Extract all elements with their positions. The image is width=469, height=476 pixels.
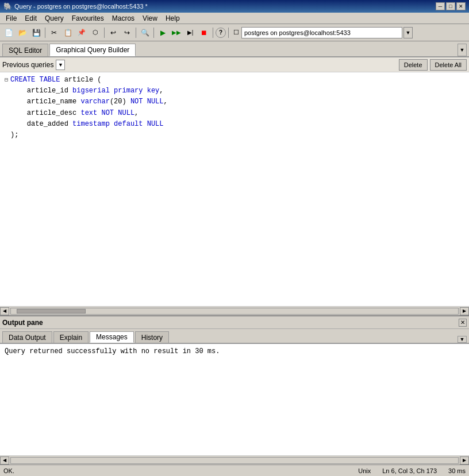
copy-button[interactable]: 📋 xyxy=(61,26,74,39)
output-scroll-content[interactable]: Query returned successfully with no resu… xyxy=(0,344,469,455)
open-button[interactable]: 📂 xyxy=(16,26,29,39)
code-text-4: article_desc text NOT NULL, xyxy=(10,108,139,119)
output-close-button[interactable]: ✕ xyxy=(459,319,467,327)
tree-toggle-1[interactable]: ⊟ xyxy=(5,76,8,85)
previous-queries-label: Previous queries xyxy=(2,61,53,69)
tab-graphical-query-builder[interactable]: Graphical Query Builder xyxy=(49,44,136,56)
connection-dropdown-button[interactable]: ▼ xyxy=(403,27,413,38)
toolbar-separator-3 xyxy=(136,28,136,38)
toolbar-separator-4 xyxy=(153,28,154,38)
cut-button[interactable]: ✂ xyxy=(48,26,60,39)
delete-all-button[interactable]: Delete All xyxy=(430,59,467,71)
run-button[interactable]: ▶ xyxy=(156,26,169,39)
stop-button[interactable]: ⏹ xyxy=(198,26,210,39)
title-bar-controls: ─ □ ✕ xyxy=(436,2,466,10)
paste-button[interactable]: 📌 xyxy=(75,26,88,39)
query-tabs: SQL Editor Graphical Query Builder ▼ xyxy=(0,41,469,57)
output-pane-title: Output pane xyxy=(2,319,43,327)
code-text-1: CREATE TABLE article ( xyxy=(10,75,101,86)
delete-button[interactable]: Delete xyxy=(399,59,428,71)
output-pane: Output pane ✕ Data Output Explain Messag… xyxy=(0,315,469,465)
output-pane-header: Output pane ✕ xyxy=(0,316,469,329)
editor-inner: ⊟ CREATE TABLE article ( ⊟ article_id bi… xyxy=(0,72,469,306)
code-line-4: ⊟ article_desc text NOT NULL, xyxy=(5,108,464,119)
menu-help[interactable]: Help xyxy=(162,14,183,23)
output-horizontal-scroll: ◀ ▶ xyxy=(0,455,469,465)
code-text-2: article_id bigserial primary key, xyxy=(10,86,163,96)
status-encoding: Unix xyxy=(358,467,371,474)
query-tab-dropdown[interactable]: ▼ xyxy=(458,44,467,56)
code-line-3: ⊟ article_name varchar(20) NOT NULL, xyxy=(5,96,464,107)
toolbar-separator-5 xyxy=(213,28,213,38)
close-button[interactable]: ✕ xyxy=(456,2,466,10)
previous-queries-buttons: Delete Delete All xyxy=(399,59,467,71)
menu-view[interactable]: View xyxy=(139,14,161,23)
help-button[interactable]: ? xyxy=(216,28,226,38)
previous-queries-left: Previous queries ▼ xyxy=(2,60,65,70)
previous-queries-dropdown[interactable]: ▼ xyxy=(56,60,65,70)
run-step-button[interactable]: ▶| xyxy=(184,26,197,39)
output-tab-dropdown[interactable]: ▼ xyxy=(458,336,467,343)
code-line-6: ⊟ ); xyxy=(5,130,464,141)
tab-explain[interactable]: Explain xyxy=(53,331,89,343)
app-icon: 🐘 xyxy=(3,2,12,10)
minimize-button[interactable]: ─ xyxy=(436,2,445,10)
horizontal-scrollbar-area: ◀ ▶ xyxy=(0,306,469,315)
tab-sql-editor[interactable]: SQL Editor xyxy=(2,44,48,56)
output-tabs: Data Output Explain Messages History ▼ xyxy=(0,329,469,344)
menu-file[interactable]: File xyxy=(2,14,20,23)
status-position: Ln 6, Col 3, Ch 173 xyxy=(382,467,437,474)
title-bar-title: 🐘 Query - postgres on postgres@localhost… xyxy=(3,2,148,10)
status-bar: OK. Unix Ln 6, Col 3, Ch 173 30 ms xyxy=(0,465,469,476)
save-button[interactable]: 💾 xyxy=(30,26,43,39)
connection-checkbox-icon: ☐ xyxy=(233,29,239,36)
maximize-button[interactable]: □ xyxy=(446,2,455,10)
output-message: Query returned successfully with no resu… xyxy=(5,347,220,355)
menu-query[interactable]: Query xyxy=(41,14,67,23)
output-scroll-right-button[interactable]: ▶ xyxy=(460,456,469,465)
scroll-left-button[interactable]: ◀ xyxy=(0,307,9,315)
tab-history[interactable]: History xyxy=(135,331,169,343)
tab-messages[interactable]: Messages xyxy=(90,331,134,343)
code-line-2: ⊟ article_id bigserial primary key, xyxy=(5,86,464,96)
redo-button[interactable]: ↪ xyxy=(121,26,133,39)
format-button[interactable]: ⬡ xyxy=(89,26,102,39)
toolbar-separator-2 xyxy=(104,28,105,38)
status-timing: 30 ms xyxy=(448,467,466,474)
new-file-button[interactable]: 📄 xyxy=(2,26,15,39)
window-title: Query - postgres on postgres@localhost:5… xyxy=(14,3,148,10)
code-editor-wrapper: ⊟ CREATE TABLE article ( ⊟ article_id bi… xyxy=(0,72,469,315)
output-horizontal-scrollbar-track[interactable] xyxy=(10,457,459,464)
menu-favourites[interactable]: Favourites xyxy=(68,14,107,23)
tab-data-output[interactable]: Data Output xyxy=(2,331,52,343)
scroll-right-button[interactable]: ▶ xyxy=(460,307,469,315)
output-scroll-left-button[interactable]: ◀ xyxy=(0,456,9,465)
status-ok-text: OK. xyxy=(3,467,14,474)
previous-queries-bar: Previous queries ▼ Delete Delete All xyxy=(0,57,469,72)
code-line-5: ⊟ date_added timestamp default NULL xyxy=(5,119,464,130)
menu-edit[interactable]: Edit xyxy=(21,14,40,23)
run-all-button[interactable]: ▶▶ xyxy=(170,26,183,39)
find-button[interactable]: 🔍 xyxy=(139,26,151,39)
connection-selector: ☐ postgres on postgres@localhost:5433 ▼ xyxy=(233,27,413,38)
code-editor[interactable]: ⊟ CREATE TABLE article ( ⊟ article_id bi… xyxy=(0,72,469,306)
horizontal-scrollbar-track[interactable] xyxy=(10,308,459,315)
code-line-1: ⊟ CREATE TABLE article ( xyxy=(5,75,464,86)
main-container: SQL Editor Graphical Query Builder ▼ Pre… xyxy=(0,41,469,465)
connection-text: postgres on postgres@localhost:5433 xyxy=(244,29,351,36)
title-bar: 🐘 Query - postgres on postgres@localhost… xyxy=(0,0,469,13)
code-text-5: date_added timestamp default NULL xyxy=(10,119,163,130)
connection-display: postgres on postgres@localhost:5433 xyxy=(241,27,402,38)
code-text-3: article_name varchar(20) NOT NULL, xyxy=(10,96,168,107)
toolbar: 📄 📂 💾 ✂ 📋 📌 ⬡ ↩ ↪ 🔍 ▶ ▶▶ ▶| ⏹ ? ☐ postgr… xyxy=(0,24,469,41)
toolbar-separator-1 xyxy=(45,28,45,38)
menu-macros[interactable]: Macros xyxy=(109,14,138,23)
undo-button[interactable]: ↩ xyxy=(107,26,120,39)
output-content-wrapper: Query returned successfully with no resu… xyxy=(0,344,469,465)
menu-bar: File Edit Query Favourites Macros View H… xyxy=(0,13,469,24)
horizontal-scrollbar-thumb[interactable] xyxy=(17,309,86,314)
code-text-6: ); xyxy=(10,130,18,141)
toolbar-separator-6 xyxy=(228,28,229,38)
